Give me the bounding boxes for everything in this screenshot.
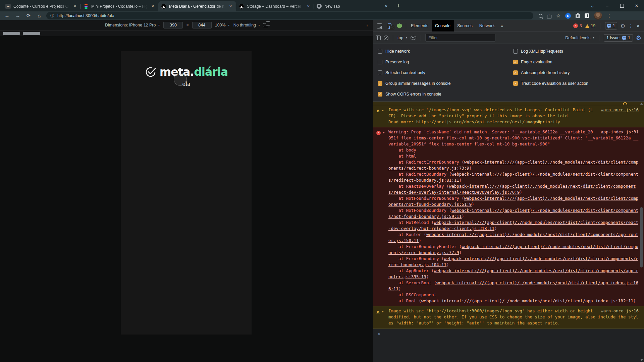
devtools-close-icon[interactable]: ✕ — [636, 23, 640, 28]
console-scrollbar[interactable] — [640, 102, 644, 362]
issues-icon — [607, 24, 611, 27]
reload-button[interactable]: ⟳ — [23, 11, 34, 20]
checkbox[interactable]: ✓ — [513, 60, 518, 64]
device-toolbar-menu-icon[interactable]: ⋮ — [365, 23, 369, 28]
source-location-link[interactable]: warn-once.js:16 — [601, 308, 639, 314]
device-width-input[interactable] — [163, 22, 183, 28]
browser-window: «»Codante - Cursos e Projetos Onli✕Mini … — [0, 0, 644, 362]
browser-tab[interactable]: Storage – Dashboard – Vercel✕ — [236, 1, 314, 11]
window-close-button[interactable]: ✕ — [629, 0, 644, 11]
share-icon[interactable] — [547, 15, 551, 18]
checkbox[interactable] — [378, 49, 382, 54]
device-toolbar-toggle-icon[interactable] — [384, 20, 394, 32]
tab-close-icon[interactable]: ✕ — [150, 3, 156, 9]
window-maximize-button[interactable] — [614, 0, 629, 11]
device-zoom-select[interactable]: 100%▼ — [215, 23, 230, 27]
address-bar[interactable]: ⓘ http://localhost:3000/habito/ola — [46, 12, 533, 19]
checkbox[interactable] — [378, 60, 382, 64]
bookmark-star-icon[interactable]: ☆ — [556, 13, 560, 19]
context-selector[interactable]: top▼ — [397, 36, 408, 40]
console-filter-input[interactable] — [425, 34, 495, 42]
figma-favicon — [83, 4, 89, 9]
inspect-element-icon[interactable] — [374, 20, 384, 32]
tab-close-icon[interactable]: ✕ — [228, 3, 233, 9]
console-message-error: ✕▶app-index.js:31Warning: Prop `classNam… — [373, 127, 644, 306]
source-location-link[interactable]: app-index.js:31 — [601, 129, 639, 135]
extensions-puzzle-icon[interactable] — [576, 14, 580, 18]
warning-triangle-icon: ! — [376, 109, 380, 112]
scroll-down-icon[interactable] — [640, 359, 643, 361]
browser-tab[interactable]: Meta Diária - Gerenciador de háb✕ — [158, 1, 236, 11]
scrollbar-thumb[interactable] — [640, 207, 643, 267]
extension-square-icon[interactable] — [585, 13, 589, 18]
expand-arrow-icon[interactable]: ▶ — [383, 130, 385, 136]
checkbox-label: Eager evaluation — [521, 60, 552, 64]
checkbox-label: Selected context only — [385, 70, 425, 75]
device-height-input[interactable] — [192, 22, 212, 28]
devtools-tab-network[interactable]: Network — [476, 20, 498, 32]
checkbox[interactable] — [513, 49, 518, 54]
console-settings-gear-icon[interactable]: ⚙ — [636, 34, 641, 42]
message-link[interactable]: http://localhost:3000/images/logo.svg — [429, 308, 522, 313]
checkbox[interactable]: ✓ — [513, 70, 518, 75]
profile-avatar[interactable] — [594, 12, 602, 20]
vercel-favicon — [161, 4, 166, 9]
window-minimize-button[interactable]: – — [600, 0, 614, 11]
clear-console-icon[interactable] — [384, 36, 388, 40]
chevron-down-icon: ▼ — [228, 24, 230, 26]
rotate-device-icon[interactable] — [263, 23, 268, 27]
expand-arrow-icon[interactable]: ▶ — [382, 309, 384, 315]
throttling-select[interactable]: No throttling▼ — [233, 23, 260, 27]
new-tab-button[interactable]: + — [394, 1, 403, 11]
devtools-menu-icon[interactable]: ⋮ — [629, 23, 633, 28]
zoom-icon[interactable] — [539, 14, 542, 18]
console-prompt[interactable]: > — [373, 328, 644, 337]
tab-search-chevron-icon[interactable]: ⌄ — [585, 0, 600, 11]
devtools-tab-elements[interactable]: Elements — [408, 20, 432, 32]
checkbox[interactable]: ✓ — [378, 81, 382, 86]
warning-count: 19 — [591, 23, 595, 28]
checkbox[interactable]: ✓ — [378, 92, 382, 97]
home-button[interactable]: ⌂ — [34, 11, 44, 20]
more-panels-icon[interactable]: » — [498, 23, 506, 28]
message-text: ) — [633, 298, 636, 303]
tab-close-icon[interactable]: ✕ — [72, 3, 78, 9]
scroll-chip[interactable] — [23, 32, 40, 35]
issues-counter-button[interactable]: 1 Issue:1 — [604, 34, 633, 42]
browser-tab[interactable]: «»Codante - Cursos e Projetos Onli✕ — [3, 1, 80, 11]
browser-tab[interactable]: Mini Projetos - Codante.io – Figm✕ — [80, 1, 158, 11]
console-messages: !▶warn-once.js:16Image with src "/images… — [373, 102, 644, 362]
scroll-up-icon[interactable] — [640, 103, 643, 105]
checkbox[interactable] — [378, 70, 382, 75]
scroll-chip[interactable] — [3, 32, 20, 35]
issues-badge[interactable]: 1 — [605, 22, 617, 29]
checkbox-label: Group similar messages in console — [385, 81, 451, 86]
devtools-settings-gear-icon[interactable]: ⚙ — [621, 23, 625, 29]
divider — [406, 23, 406, 29]
message-link[interactable]: webpack-internal:///(app-client)/./node_… — [421, 298, 633, 303]
device-select[interactable]: Dimensions: iPhone 12 Pro▼ — [105, 23, 160, 27]
browser-menu-icon[interactable]: ⋮ — [607, 13, 611, 18]
devtools-tab-console[interactable]: Console — [432, 20, 454, 32]
log-levels-select[interactable]: Default levels▼ — [565, 36, 595, 40]
devtools-tabs: ElementsConsoleSourcesNetwork — [408, 20, 498, 32]
divider — [599, 35, 599, 41]
error-badge-icon[interactable]: ✕ — [573, 23, 578, 28]
tab-close-icon[interactable]: ✕ — [306, 3, 311, 9]
extension-player-icon[interactable]: ▶ — [565, 13, 571, 19]
message-link[interactable]: https://nextjs.org/docs/api-reference/ne… — [416, 119, 560, 124]
checkbox[interactable]: ✓ — [513, 81, 518, 86]
live-expression-eye-icon[interactable] — [411, 36, 416, 40]
forward-button[interactable]: → — [13, 11, 23, 20]
expand-arrow-icon[interactable]: ▶ — [382, 108, 384, 114]
site-info-icon[interactable]: ⓘ — [50, 13, 54, 19]
tab-close-icon[interactable]: ✕ — [383, 3, 389, 9]
console-sidebar-icon[interactable] — [376, 36, 381, 40]
node-devtools-icon[interactable] — [394, 20, 405, 32]
devtools-tab-sources[interactable]: Sources — [454, 20, 476, 32]
back-button[interactable]: ← — [2, 11, 12, 20]
warning-badge-icon[interactable]: ! — [585, 24, 589, 28]
codante-favicon: «» — [5, 4, 11, 9]
browser-tab[interactable]: New Tab✕ — [314, 1, 392, 11]
source-location-link[interactable]: warn-once.js:16 — [601, 107, 639, 113]
